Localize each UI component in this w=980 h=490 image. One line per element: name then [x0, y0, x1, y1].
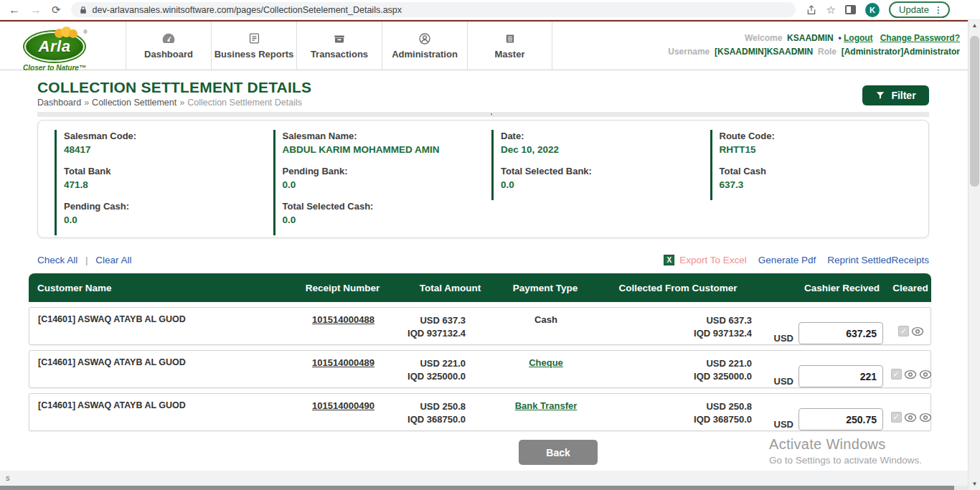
field-date: Date: Dec 10, 2022: [491, 130, 689, 165]
payment-type: Cash: [534, 314, 557, 325]
browser-menu-icon[interactable]: ⋮: [934, 5, 943, 15]
welcome-username: KSAADMIN: [787, 33, 834, 43]
collected-from-customer: USD 250.8 IQD 368750.0: [593, 400, 765, 430]
browser-back-icon[interactable]: ←: [9, 4, 20, 16]
col-receipt-number: Receipt Number: [283, 283, 402, 293]
nav-item-master[interactable]: Master: [467, 22, 552, 70]
breadcrumb-collection-settlement[interactable]: Collection Settlement: [92, 98, 176, 108]
breadcrumb-dashboard[interactable]: Dashboard: [37, 98, 81, 108]
username-value: [KSAADMIN]KSAADMIN: [715, 47, 813, 57]
cashier-received-input[interactable]: [798, 322, 883, 344]
customer-name: [C14601] ASWAQ ATAYB AL GUOD: [29, 400, 284, 430]
col-total-amount: Total Amount: [402, 283, 499, 293]
cleared-checkbox[interactable]: ✓: [898, 326, 909, 336]
field-route-code: Route Code: RHTT15: [710, 130, 908, 165]
vertical-scrollbar-thumb[interactable]: [970, 36, 979, 187]
col-cleared: Cleared: [890, 283, 931, 293]
field-salesman-name: Salesman Name: ABDUL KARIM MOHAMMED AMIN: [273, 130, 471, 165]
transactions-icon: [333, 32, 346, 45]
back-button[interactable]: Back: [519, 440, 598, 465]
receipt-number-link[interactable]: 101514000489: [312, 357, 374, 368]
horizontal-scrollbar-thumb[interactable]: [0, 486, 954, 490]
currency-label: USD: [774, 376, 793, 387]
brand-name: Arla: [39, 37, 71, 56]
browser-toolbar: ← → ⟳ dev-arlavansales.winitsoftware.com…: [0, 0, 980, 20]
currency-label: USD: [774, 333, 793, 344]
nav-item-dashboard[interactable]: Dashboard: [126, 22, 211, 70]
clear-all-link[interactable]: Clear All: [95, 255, 131, 265]
stray-text: s: [6, 473, 10, 482]
address-bar[interactable]: dev-arlavansales.winitsoftware.com/pages…: [71, 2, 796, 17]
administration-icon: [418, 32, 431, 45]
change-password-link[interactable]: Change Password?: [880, 33, 960, 43]
activate-windows-watermark: Activate Windows Go to Settings to activ…: [769, 436, 922, 466]
username-label: Username: [668, 47, 710, 57]
receipt-number-link[interactable]: 101514000490: [312, 400, 374, 411]
share-icon[interactable]: [806, 4, 817, 16]
view-eye-icon[interactable]: [919, 413, 932, 423]
generate-pdf-link[interactable]: Generate Pdf: [758, 255, 816, 265]
field-pending-bank: Pending Bank: 0.0: [273, 165, 471, 200]
browser-update-button[interactable]: Update ⋮: [889, 1, 950, 18]
export-to-excel-link[interactable]: X Export To Excel: [664, 255, 747, 265]
scroll-up-icon[interactable]: ▲: [969, 20, 980, 32]
user-info-block: Welcome KSAADMIN • Logout Change Passwor…: [668, 32, 960, 59]
page-title: COLLECTION SETTLEMENT DETAILS: [37, 79, 311, 96]
business-reports-icon: [248, 32, 260, 45]
browser-reload-icon[interactable]: ⟳: [52, 4, 61, 17]
field-total-cash: Total Cash 637.3: [710, 165, 908, 200]
bookmark-star-icon[interactable]: ☆: [826, 4, 836, 17]
view-eye-icon[interactable]: [919, 369, 932, 380]
col-collected-from-customer: Collected From Customer: [592, 283, 764, 293]
lock-icon: [80, 6, 87, 14]
filter-icon: [875, 90, 885, 100]
excel-icon: X: [664, 255, 674, 265]
total-amount: USD 637.3 IQD 937132.4: [402, 314, 499, 344]
table-row: [C14601] ASWAQ ATAYB AL GUOD 10151400048…: [29, 350, 931, 388]
nav-item-transactions[interactable]: Transactions: [296, 22, 382, 70]
field-salesman-code: Salesman Code: 48417: [55, 130, 252, 165]
view-eye-icon[interactable]: [904, 413, 917, 423]
table-actions-row: Check All | Clear All X Export To Excel …: [37, 255, 929, 269]
footer-strip: s: [0, 471, 968, 486]
table-row: [C14601] ASWAQ ATAYB AL GUOD 10151400048…: [29, 307, 931, 345]
view-eye-icon[interactable]: [904, 369, 917, 380]
check-all-link[interactable]: Check All: [37, 255, 77, 265]
scroll-down-icon[interactable]: ▼: [969, 479, 980, 490]
collected-from-customer: USD 637.3 IQD 937132.4: [593, 314, 765, 344]
field-total-bank: Total Bank 471.8: [55, 165, 252, 200]
col-cashier-recived: Cashier Recived: [764, 283, 890, 293]
nav-item-business-reports[interactable]: Business Reports: [211, 22, 296, 70]
payment-type-link[interactable]: Cheque: [529, 357, 563, 368]
cashier-received-input[interactable]: [798, 365, 883, 387]
payment-type-link[interactable]: Bank Transfer: [515, 400, 578, 411]
filter-button[interactable]: Filter: [862, 85, 929, 105]
settlement-summary-panel: Salesman Code: 48417 Salesman Name: ABDU…: [37, 120, 929, 238]
side-panel-icon[interactable]: [845, 5, 856, 14]
logout-link[interactable]: Logout: [844, 33, 873, 43]
receipt-number-link[interactable]: 101514000488: [312, 314, 374, 325]
table-header-row: Customer Name Receipt Number Total Amoun…: [29, 273, 931, 302]
total-amount: USD 250.8 IQD 368750.0: [402, 400, 499, 430]
horizontal-scrollbar[interactable]: [0, 486, 968, 490]
cleared-checkbox[interactable]: ✓: [891, 369, 902, 380]
view-eye-icon[interactable]: [911, 326, 924, 336]
browser-forward-icon[interactable]: →: [30, 4, 42, 16]
breadcrumb: Dashboard»Collection Settlement»Collecti…: [37, 98, 302, 108]
field-total-selected-bank: Total Selected Bank: 0.0: [491, 165, 689, 200]
settlement-table: Customer Name Receipt Number Total Amoun…: [29, 273, 931, 431]
total-amount: USD 221.0 IQD 325000.0: [402, 357, 499, 387]
section-divider: [37, 112, 929, 117]
breadcrumb-current: Collection Settlement Details: [187, 98, 302, 108]
col-payment-type: Payment Type: [499, 283, 592, 293]
cleared-checkbox[interactable]: ✓: [891, 412, 902, 423]
field-total-selected-cash: Total Selected Cash: 0.0: [273, 200, 471, 235]
field-pending-cash: Pending Cash: 0.0: [55, 200, 252, 235]
cashier-received-input[interactable]: [798, 408, 883, 430]
vertical-scrollbar[interactable]: ▲ ▼: [968, 20, 980, 490]
nav-item-administration[interactable]: Administration: [382, 22, 467, 70]
role-label: Role: [818, 47, 837, 57]
reprint-settled-receipts-link[interactable]: Reprint SettledReceipts: [827, 255, 929, 265]
browser-profile-avatar[interactable]: K: [865, 3, 880, 17]
flower-icon: [55, 27, 76, 38]
